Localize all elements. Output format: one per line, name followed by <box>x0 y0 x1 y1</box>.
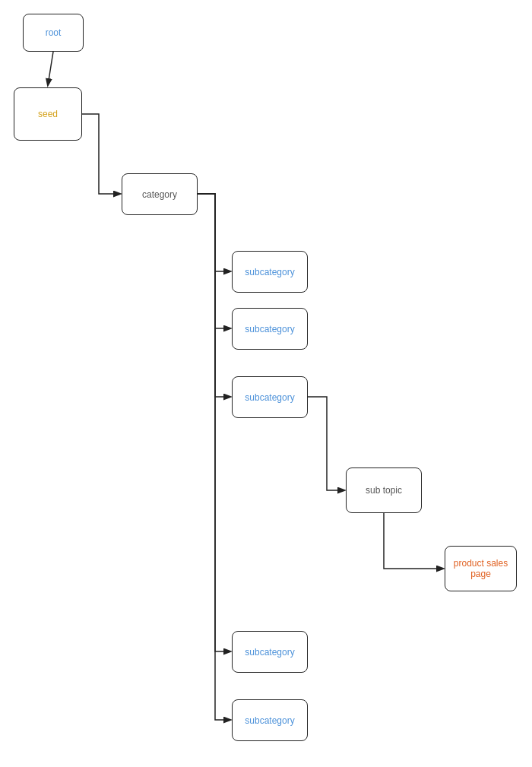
seed-node: seed <box>14 87 82 141</box>
subtopic-label: sub topic <box>366 485 402 496</box>
root-node: root <box>23 14 84 52</box>
subcategory4-label: subcategory <box>245 647 294 658</box>
product-label: product sales page <box>445 558 516 579</box>
subcategory2-node: subcategory <box>232 308 308 350</box>
subcategory1-label: subcategory <box>245 267 294 277</box>
subcategory4-node: subcategory <box>232 631 308 673</box>
subcategory2-label: subcategory <box>245 324 294 334</box>
category-node: category <box>122 173 198 215</box>
subtopic-node: sub topic <box>346 467 422 513</box>
subcategory5-node: subcategory <box>232 699 308 741</box>
product-node: product sales page <box>445 546 517 591</box>
subcategory5-label: subcategory <box>245 715 294 726</box>
root-label: root <box>46 27 62 38</box>
svg-line-0 <box>48 52 53 85</box>
diagram: root seed category subcategory subcatego… <box>0 0 532 767</box>
subcategory3-label: subcategory <box>245 392 294 403</box>
seed-label: seed <box>38 109 58 119</box>
subcategory1-node: subcategory <box>232 251 308 293</box>
subcategory3-node: subcategory <box>232 376 308 418</box>
category-label: category <box>142 189 177 200</box>
